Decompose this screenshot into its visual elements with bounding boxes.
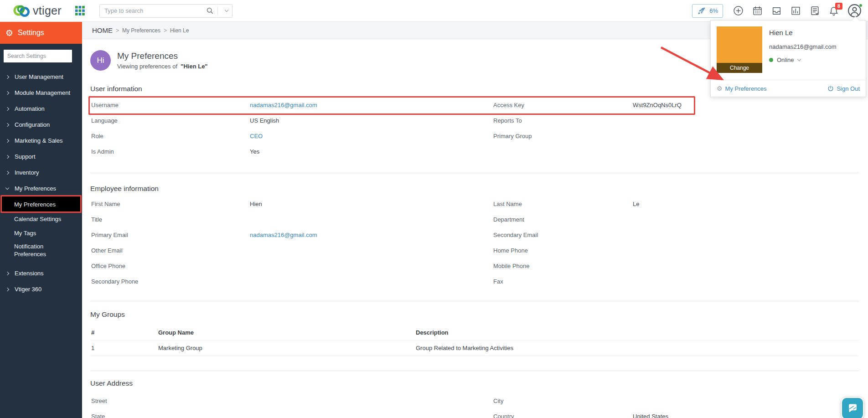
power-icon <box>827 85 834 92</box>
section-title-employee-information: Employee information <box>90 185 859 193</box>
usage-meter-button[interactable]: 6% <box>692 4 723 18</box>
field-row-username: Username nadamas216@gmail.com Access Key… <box>90 97 859 113</box>
online-status-dot <box>769 58 773 62</box>
settings-header: ⚙ Settings <box>0 22 82 44</box>
field-row-is-admin: Is Admin Yes <box>90 144 859 159</box>
user-address-rows: Street City State CountryUnited States <box>90 393 859 418</box>
page-subtitle: Viewing preferences of "Hien Le" <box>117 63 208 70</box>
sidebar-item-automation[interactable]: Automation <box>0 101 82 117</box>
breadcrumb-separator: > <box>164 27 167 34</box>
sidebar-item-vtiger-360[interactable]: Vtiger 360 <box>0 281 82 297</box>
breadcrumb-home[interactable]: HOME <box>92 26 113 34</box>
vtiger-cloud-icon <box>12 3 31 19</box>
profile-email: nadamas216@gmail.com <box>769 43 837 50</box>
profile-dropdown: Change Hien Le nadamas216@gmail.com Onli… <box>710 20 866 97</box>
section-divider <box>90 371 859 371</box>
chevron-right-icon <box>5 123 9 126</box>
chevron-right-icon <box>5 271 9 275</box>
gear-icon: ⚙ <box>5 29 13 37</box>
primary-email-value[interactable]: nadamas216@gmail.com <box>250 232 492 238</box>
chevron-right-icon <box>5 75 9 78</box>
chevron-right-icon <box>5 155 9 158</box>
breadcrumb-separator: > <box>116 27 119 34</box>
settings-sidebar: ⚙ Settings User Management Module Manage… <box>0 22 82 418</box>
vtiger-logo[interactable]: vtiger <box>12 3 62 19</box>
sidebar-subitem-my-preferences[interactable]: My Preferences <box>0 196 82 212</box>
sidebar-item-inventory[interactable]: Inventory <box>0 165 82 181</box>
profile-name: Hien Le <box>769 29 837 36</box>
employee-information-rows: First NameHien Last NameLe Title Departm… <box>90 196 859 289</box>
reports-chart-icon[interactable] <box>790 5 801 16</box>
global-search-input[interactable] <box>100 7 206 14</box>
user-information-rows: Username nadamas216@gmail.com Access Key… <box>90 97 859 159</box>
breadcrumb-current: Hien Le <box>170 27 189 34</box>
column-group-name: Group Name <box>158 329 416 336</box>
settings-search-input[interactable] <box>4 50 72 62</box>
field-row-secondary-phone: Secondary Phone Fax <box>90 274 859 289</box>
table-header-row: # Group Name Description <box>90 325 859 341</box>
section-title-my-groups: My Groups <box>90 310 859 319</box>
status-selector[interactable]: Online <box>769 57 837 63</box>
field-row-title: Title Department <box>90 212 859 227</box>
sidebar-subitem-notification-preferences[interactable]: Notification Preferences <box>0 240 82 262</box>
search-scope-dropdown[interactable] <box>222 10 232 11</box>
profile-avatar: Change <box>717 26 762 73</box>
sign-out-link[interactable]: Sign Out <box>827 85 860 92</box>
access-key-value: Wst9ZnOqNs0LrQ <box>633 102 859 108</box>
section-divider <box>90 173 859 173</box>
field-row-other-email: Other Email Home Phone <box>90 243 859 258</box>
breadcrumb-my-preferences[interactable]: My Preferences <box>122 27 160 34</box>
notifications-bell-icon[interactable]: 8 <box>829 6 839 16</box>
gear-icon: ⚙ <box>717 85 723 92</box>
page-title: My Preferences <box>117 51 208 61</box>
table-row: 1 Marketing Group Group Related to Marke… <box>90 341 859 356</box>
app-grid-icon[interactable] <box>75 6 85 15</box>
usage-percent: 6% <box>709 7 718 14</box>
field-row-role: Role CEO Primary Group <box>90 128 859 144</box>
sidebar-item-my-preferences[interactable]: My Preferences <box>0 181 82 196</box>
my-groups-table: # Group Name Description 1 Marketing Gro… <box>90 325 859 356</box>
sidebar-subitem-calendar-settings[interactable]: Calendar Settings <box>0 212 82 226</box>
sidebar-item-user-management[interactable]: User Management <box>0 69 82 85</box>
section-title-user-address: User Address <box>90 379 859 387</box>
search-icon[interactable] <box>206 7 214 15</box>
chevron-down-icon <box>225 8 228 12</box>
quick-create-icon[interactable] <box>733 5 744 16</box>
inbox-icon[interactable] <box>771 5 782 16</box>
subtitle-user-name: "Hien Le" <box>181 63 207 70</box>
avatar: Hi <box>90 50 111 71</box>
field-row-primary-email: Primary Emailnadamas216@gmail.com Second… <box>90 227 859 243</box>
sidebar-item-extensions[interactable]: Extensions <box>0 265 82 281</box>
group-name: Marketing Group <box>158 345 416 351</box>
chevron-right-icon <box>5 91 9 94</box>
sidebar-subitem-my-tags[interactable]: My Tags <box>0 226 82 240</box>
global-search <box>99 4 232 18</box>
chat-widget-button[interactable] <box>841 397 864 418</box>
username-value[interactable]: nadamas216@gmail.com <box>250 102 492 108</box>
sidebar-item-marketing-sales[interactable]: Marketing & Sales <box>0 133 82 149</box>
sidebar-item-configuration[interactable]: Configuration <box>0 117 82 133</box>
chat-bubble-icon <box>847 403 859 415</box>
settings-title: Settings <box>18 29 44 37</box>
chevron-right-icon <box>5 170 9 174</box>
chevron-down-icon <box>797 57 801 61</box>
sidebar-item-support[interactable]: Support <box>0 149 82 165</box>
calendar-icon[interactable] <box>752 5 763 16</box>
tasks-notes-icon[interactable] <box>810 5 820 16</box>
group-description: Group Related to Marketing Activities <box>416 345 859 351</box>
online-status-dot <box>859 4 863 7</box>
field-row-street: Street City <box>90 393 859 408</box>
user-avatar-button[interactable] <box>847 4 862 18</box>
role-value[interactable]: CEO <box>250 133 492 139</box>
chevron-right-icon <box>5 139 9 142</box>
sidebar-item-module-management[interactable]: Module Management <box>0 85 82 101</box>
section-divider <box>90 301 859 301</box>
my-preferences-link[interactable]: ⚙ My Preferences <box>717 85 767 92</box>
change-avatar-button[interactable]: Change <box>717 63 762 73</box>
country-value: United States <box>633 413 859 418</box>
status-label: Online <box>777 57 794 63</box>
search-divider <box>217 7 218 15</box>
topbar: vtiger 6% <box>0 0 868 22</box>
column-number: # <box>91 329 158 336</box>
column-description: Description <box>416 329 859 336</box>
